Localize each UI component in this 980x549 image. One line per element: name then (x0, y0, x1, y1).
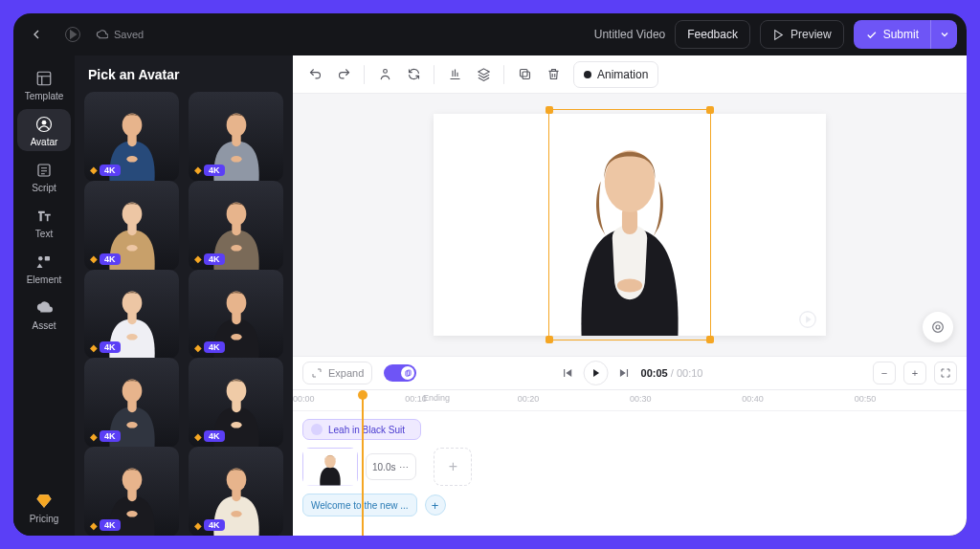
diamond-icon: ◆ (90, 165, 98, 175)
badge-4k: 4K (204, 341, 225, 353)
ruler-mark: 00:40 (742, 390, 854, 410)
rail-item-asset[interactable]: Asset (17, 293, 71, 335)
separator (503, 65, 504, 84)
delete-tool[interactable] (541, 62, 566, 87)
zoom-in-button[interactable]: + (903, 362, 926, 384)
badge-4k: 4K (100, 341, 121, 353)
quality-badge: ◆ 4K (194, 165, 225, 176)
diamond-icon: ◆ (194, 165, 202, 175)
play-button[interactable] (584, 361, 609, 385)
animation-button[interactable]: Animation (573, 61, 658, 88)
avatar-card[interactable]: ◆ 4K (189, 92, 283, 182)
timeline-ruler[interactable]: Ending 00:0000:1000:2000:3000:4000:50 (293, 390, 967, 411)
next-button[interactable] (614, 360, 635, 386)
avatar-card[interactable]: ◆ 4K (189, 181, 283, 271)
selected-avatar[interactable] (552, 114, 706, 336)
svg-point-12 (231, 156, 241, 163)
feedback-button[interactable]: Feedback (675, 20, 750, 49)
avatar-icon (34, 115, 54, 134)
rail-item-script[interactable]: Script (17, 155, 71, 197)
svg-point-5 (38, 256, 43, 261)
quality-badge: ◆ 4K (194, 253, 225, 265)
loop-toggle[interactable] (384, 364, 416, 382)
layers-tool[interactable] (471, 62, 496, 87)
resize-handle[interactable] (546, 106, 553, 114)
ruler-mark: 00:10 (405, 390, 517, 410)
clip-thumbnail[interactable]: 1 (302, 448, 358, 486)
back-button[interactable] (23, 21, 50, 48)
tracks: Leah in Black Suit 1 (293, 411, 967, 536)
canvas-stage[interactable] (293, 94, 967, 356)
rail-item-template[interactable]: Template (17, 63, 71, 105)
person-tool[interactable] (372, 62, 397, 87)
rail-label: Script (32, 183, 56, 193)
diamond-icon: ◆ (194, 342, 202, 353)
expand-button[interactable]: Expand (302, 362, 372, 384)
add-clip-button[interactable]: + (434, 448, 472, 486)
avatar-card[interactable]: ◆ 4K (84, 270, 179, 360)
chevron-down-icon (939, 29, 950, 40)
badge-4k: 4K (100, 165, 121, 176)
svg-rect-1 (37, 72, 51, 85)
project-title[interactable]: Untitled Video (594, 28, 666, 41)
rail-item-element[interactable]: Element (17, 247, 71, 289)
avatar-card[interactable]: ◆ 4K (84, 181, 179, 271)
align-tool[interactable] (442, 62, 467, 87)
svg-point-46 (933, 322, 944, 333)
avatar-panel: Pick an Avatar ◆ 4K ◆ 4K (75, 55, 293, 536)
submit-label: Submit (883, 28, 919, 41)
resize-handle[interactable] (546, 336, 553, 343)
prev-button[interactable] (557, 360, 578, 386)
clip-duration-chip[interactable]: 10.0s ⋯ (366, 453, 416, 480)
resize-handle[interactable] (706, 106, 714, 114)
zoom-out-button[interactable]: − (873, 362, 896, 384)
target-icon (930, 319, 946, 335)
feedback-label: Feedback (687, 28, 738, 41)
avatar-card[interactable]: ◆ 4K (189, 447, 283, 536)
rail-label: Pricing (30, 514, 59, 524)
diamond-icon: ◆ (90, 253, 98, 264)
transport-bar: Expand 00:05 / 00:10 (293, 356, 967, 390)
quality-badge: ◆ 4K (194, 430, 225, 442)
avatar-card[interactable]: ◆ 4K (189, 358, 283, 448)
separator (364, 65, 365, 84)
rail-item-avatar[interactable]: Avatar (17, 109, 71, 151)
submit-caret-button[interactable] (930, 20, 957, 49)
expand-label: Expand (328, 367, 364, 379)
resize-handle[interactable] (706, 336, 714, 343)
badge-4k: 4K (204, 430, 225, 442)
rail-item-text[interactable]: Text (17, 201, 71, 243)
svg-point-37 (383, 70, 387, 74)
add-caption-button[interactable]: + (425, 494, 446, 516)
copy-tool[interactable] (512, 62, 537, 87)
timeline[interactable]: Ending 00:0000:1000:2000:3000:4000:50 Le… (293, 390, 967, 536)
playhead[interactable] (362, 394, 364, 536)
caption-chip[interactable]: Welcome to the new ... (302, 494, 417, 516)
svg-point-33 (126, 511, 137, 517)
svg-point-36 (231, 511, 241, 517)
undo-button[interactable] (302, 62, 327, 87)
rail-label: Asset (32, 320, 56, 331)
svg-point-43 (617, 278, 642, 292)
svg-point-14 (122, 202, 142, 225)
svg-point-50 (324, 455, 336, 469)
zoom-fit-button[interactable] (923, 312, 953, 342)
replace-tool[interactable] (401, 62, 426, 87)
logo-icon (59, 21, 86, 48)
canvas-page[interactable] (434, 114, 826, 336)
preview-button[interactable]: Preview (760, 20, 844, 49)
avatar-card[interactable]: ◆ 4K (84, 92, 179, 182)
rail-item-pricing[interactable]: Pricing (17, 486, 71, 528)
quality-badge: ◆ 4K (90, 165, 121, 176)
submit-button[interactable]: Submit (854, 20, 930, 49)
svg-point-8 (122, 114, 142, 137)
fullscreen-button[interactable] (934, 362, 957, 384)
redo-button[interactable] (331, 62, 356, 87)
badge-4k: 4K (204, 519, 225, 531)
avatar-card[interactable]: ◆ 4K (189, 270, 283, 360)
avatar-card[interactable]: ◆ 4K (84, 358, 179, 448)
avatar-card[interactable]: ◆ 4K (84, 447, 179, 536)
asset-icon (34, 298, 54, 318)
save-status: Saved (96, 29, 144, 41)
canvas-toolbar: Animation (293, 55, 967, 94)
